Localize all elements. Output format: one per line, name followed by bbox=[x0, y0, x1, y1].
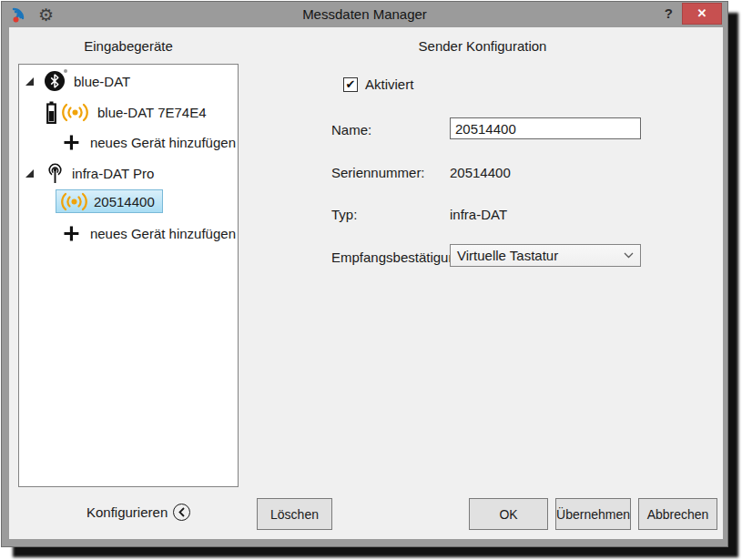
help-button[interactable]: ? bbox=[665, 5, 673, 21]
chevron-left-icon bbox=[177, 506, 187, 518]
apply-button[interactable]: Übernehmen bbox=[555, 498, 631, 530]
ok-button[interactable]: OK bbox=[469, 498, 548, 530]
window-title: Messdaten Manager bbox=[2, 6, 727, 22]
tree-item-add-device-1[interactable]: neues Gerät hinzufügen bbox=[19, 129, 236, 155]
plus-icon bbox=[64, 226, 79, 241]
tree-item-add-device-2[interactable]: neues Gerät hinzufügen bbox=[19, 220, 236, 246]
selected-tree-item[interactable]: 20514400 bbox=[56, 189, 163, 213]
right-panel-title: Sender Konfiguration bbox=[255, 38, 710, 54]
battery-icon bbox=[46, 101, 56, 124]
cancel-button[interactable]: Abbrechen bbox=[638, 498, 717, 530]
chevron-down-icon bbox=[624, 252, 634, 259]
content-area: Eingabegeräte Sender Konfiguration blue-… bbox=[9, 27, 723, 539]
tree-item-blue-dat-7e74e4[interactable]: blue-DAT 7E74E4 bbox=[19, 99, 236, 125]
titlebar[interactable]: ⚙ Messdaten Manager ? ✕ bbox=[2, 2, 727, 27]
name-label: Name: bbox=[331, 122, 452, 137]
check-icon: ✔ bbox=[346, 78, 356, 90]
status-dot-icon bbox=[64, 69, 67, 73]
seriennummer-label: Seriennummer: bbox=[331, 165, 452, 180]
tree-item-label: 20514400 bbox=[94, 194, 155, 209]
delete-button[interactable]: Löschen bbox=[257, 498, 332, 530]
plus-icon bbox=[64, 135, 79, 150]
expander-icon[interactable] bbox=[25, 77, 34, 86]
tree-item-label: blue-DAT 7E74E4 bbox=[97, 105, 207, 120]
name-input[interactable] bbox=[450, 117, 641, 139]
tree-item-infra-dat-pro[interactable]: infra-DAT Pro bbox=[19, 160, 236, 186]
tree-item-label: infra-DAT Pro bbox=[72, 166, 154, 181]
empfangsbestaetigung-select[interactable]: Virtuelle Tastatur bbox=[450, 244, 641, 267]
app-window: ⚙ Messdaten Manager ? ✕ Eingabegeräte Se… bbox=[1, 1, 728, 547]
chevron-left-circle-button[interactable] bbox=[173, 504, 190, 521]
typ-value: infra-DAT bbox=[450, 207, 507, 222]
tree-item-label: blue-DAT bbox=[74, 74, 130, 89]
antenna-icon bbox=[46, 163, 64, 184]
aktiviert-checkbox[interactable]: ✔ bbox=[343, 77, 358, 92]
left-panel-title: Eingabegeräte bbox=[18, 38, 239, 54]
close-button[interactable]: ✕ bbox=[682, 3, 722, 25]
typ-label: Typ: bbox=[331, 207, 452, 222]
configure-toggle[interactable]: Konfigurieren bbox=[86, 504, 190, 521]
tree-item-label: neues Gerät hinzufügen bbox=[90, 226, 236, 241]
device-tree: blue-DAT blue-DAT 7E74E4 bbox=[18, 64, 239, 487]
tree-item-20514400[interactable]: 20514400 bbox=[19, 188, 236, 214]
signal-icon bbox=[60, 102, 90, 123]
aktiviert-label: Aktiviert bbox=[365, 76, 413, 92]
selected-option: Virtuelle Tastatur bbox=[457, 248, 624, 263]
signal-icon bbox=[59, 191, 89, 212]
tree-item-blue-dat[interactable]: blue-DAT bbox=[19, 68, 236, 94]
bluetooth-icon bbox=[45, 71, 65, 91]
tree-item-label: neues Gerät hinzufügen bbox=[90, 135, 236, 150]
configure-label: Konfigurieren bbox=[86, 504, 168, 520]
empfangsbestaetigung-label: Empfangsbestätigung: bbox=[331, 249, 452, 265]
seriennummer-value: 20514400 bbox=[450, 165, 511, 180]
expander-icon[interactable] bbox=[25, 169, 34, 178]
aktiviert-row: ✔ Aktiviert bbox=[343, 76, 413, 92]
